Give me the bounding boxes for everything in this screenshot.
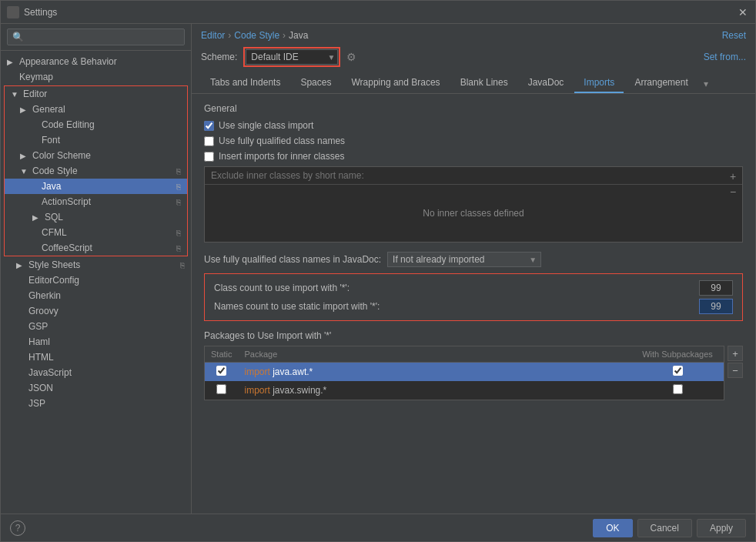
sidebar-item-sql[interactable]: ▶ SQL [5, 209, 187, 225]
remove-package-button[interactable]: − [728, 363, 743, 378]
inner-classes-input[interactable] [211, 170, 736, 181]
sidebar-item-code-editing[interactable]: Code Editing [5, 117, 187, 132]
title-bar: Settings ✕ [1, 1, 755, 24]
panel-content: General Use single class import Use full… [192, 94, 755, 514]
tab-wrapping-braces[interactable]: Wrapping and Braces [342, 73, 449, 93]
sidebar-item-code-style[interactable]: ▼ Code Style ⎘ [5, 163, 187, 179]
package-name: java.awt.* [273, 366, 313, 377]
sidebar-item-label: Style Sheets [28, 259, 80, 270]
sidebar-item-appearance[interactable]: ▶ Appearance & Behavior [1, 54, 191, 69]
copy-icon: ⎘ [176, 167, 181, 176]
remove-inner-class-button[interactable]: − [727, 186, 739, 198]
subpackages-cell [631, 363, 724, 382]
tab-arrangement[interactable]: Arrangement [625, 73, 697, 93]
tab-imports[interactable]: Imports [574, 73, 624, 93]
javadoc-qualified-label: Use fully qualified class names in JavaD… [204, 254, 381, 265]
tab-more-button[interactable]: ▾ [699, 75, 713, 93]
expand-arrow: ▼ [20, 167, 29, 176]
sidebar-item-label: Editor [23, 89, 47, 99]
sidebar-item-coffeescript[interactable]: CoffeeScript ⎘ [5, 240, 187, 256]
col-static: Static [205, 346, 239, 363]
cancel-button[interactable]: Cancel [637, 519, 692, 537]
sidebar-item-gherkin[interactable]: Gherkin [1, 288, 191, 303]
gear-icon[interactable]: ⚙ [346, 51, 356, 63]
sidebar-item-editor[interactable]: ▼ Editor [5, 86, 187, 102]
sidebar-item-label: JSP [28, 398, 45, 409]
col-with-subpackages: With Subpackages [631, 346, 724, 363]
sidebar-item-general[interactable]: ▶ General [5, 102, 187, 117]
set-from-button[interactable]: Set from... [704, 52, 746, 62]
javadoc-select-wrapper: If not already imported Always Never ▼ [387, 252, 541, 267]
add-package-button[interactable]: + [728, 346, 743, 361]
search-input[interactable] [7, 28, 185, 45]
static-cell-2 [205, 381, 239, 400]
help-button[interactable]: ? [10, 520, 25, 536]
class-count-input[interactable] [699, 280, 733, 296]
sidebar-item-label: Code Editing [42, 119, 95, 130]
tabs-bar: Tabs and Indents Spaces Wrapping and Bra… [192, 73, 755, 94]
breadcrumb-code-style[interactable]: Code Style [234, 30, 279, 41]
use-single-class-import-checkbox[interactable] [204, 121, 214, 131]
insert-imports-inner-checkbox[interactable] [204, 152, 214, 162]
sidebar-item-javascript[interactable]: JavaScript [1, 365, 191, 380]
sidebar-item-keymap[interactable]: Keymap [1, 69, 191, 85]
bottom-bar: ? OK Cancel Apply [1, 514, 755, 541]
javadoc-select[interactable]: If not already imported Always Never [387, 252, 541, 267]
insert-imports-inner-row: Insert imports for inner classes [204, 151, 743, 162]
close-button[interactable]: ✕ [737, 6, 749, 18]
use-fully-qualified-row: Use fully qualified class names [204, 136, 743, 146]
sidebar-item-label: General [32, 104, 65, 115]
sidebar-item-label: Keymap [19, 72, 53, 82]
sidebar-item-label: HTML [28, 352, 54, 363]
ok-button[interactable]: OK [593, 519, 632, 537]
sidebar-item-groovy[interactable]: Groovy [1, 303, 191, 319]
sidebar-item-jsp[interactable]: JSP [1, 396, 191, 411]
subpackages-cell-2 [631, 381, 724, 400]
scheme-bar: Scheme: Default IDE Project ▼ ⚙ Set from… [192, 44, 755, 73]
sidebar-item-color-scheme[interactable]: ▶ Color Scheme [5, 148, 187, 163]
sidebar-item-font[interactable]: Font [5, 132, 187, 148]
package-cell-2: import javax.swing.* [239, 381, 631, 400]
sidebar-item-java[interactable]: Java ⎘ [5, 179, 187, 194]
use-fully-qualified-label: Use fully qualified class names [219, 136, 345, 146]
sidebar-item-haml[interactable]: Haml [1, 334, 191, 350]
subpackages-checkbox-2[interactable] [673, 384, 683, 394]
table-row[interactable]: import java.awt.* [205, 363, 724, 382]
tab-javadoc[interactable]: JavaDoc [519, 73, 574, 93]
scheme-select[interactable]: Default IDE Project [246, 49, 338, 65]
import-keyword-2: import [245, 385, 270, 396]
sidebar-item-actionscript[interactable]: ActionScript ⎘ [5, 194, 187, 209]
sidebar-item-html[interactable]: HTML [1, 350, 191, 365]
sidebar-item-editorconfig[interactable]: EditorConfig [1, 273, 191, 288]
bottom-buttons: OK Cancel Apply [593, 519, 746, 537]
names-count-input[interactable] [699, 299, 733, 314]
general-section-title: General [204, 103, 743, 114]
packages-table: Static Package With Subpackages [205, 346, 724, 400]
use-fully-qualified-checkbox[interactable] [204, 136, 214, 146]
sidebar-item-label: Groovy [28, 306, 59, 316]
tab-blank-lines[interactable]: Blank Lines [451, 73, 517, 93]
sidebar-item-label: EditorConfig [28, 275, 79, 286]
tab-tabs-indents[interactable]: Tabs and Indents [201, 73, 289, 93]
table-row[interactable]: import javax.swing.* [205, 381, 724, 400]
class-count-label: Class count to use import with '*': [214, 283, 699, 293]
packages-title: Packages to Use Import with '*' [204, 330, 743, 341]
sidebar-item-label: Java [42, 181, 61, 192]
sidebar-item-style-sheets[interactable]: ▶ Style Sheets ⎘ [1, 257, 191, 273]
sidebar-item-label: ActionScript [42, 196, 91, 207]
apply-button[interactable]: Apply [697, 519, 746, 537]
package-name-2: javax.swing.* [273, 385, 326, 396]
sidebar-item-gsp[interactable]: GSP [1, 319, 191, 334]
add-inner-class-button[interactable]: + [727, 170, 739, 182]
tab-spaces[interactable]: Spaces [291, 73, 340, 93]
breadcrumb-editor[interactable]: Editor [201, 30, 225, 41]
subpackages-checkbox[interactable] [673, 366, 683, 376]
sidebar-item-json[interactable]: JSON [1, 380, 191, 396]
breadcrumb: Editor › Code Style › Java [201, 30, 308, 41]
static-checkbox[interactable] [216, 366, 226, 376]
sidebar-item-cfml[interactable]: CFML ⎘ [5, 225, 187, 240]
reset-button[interactable]: Reset [722, 30, 746, 41]
static-checkbox-2[interactable] [216, 384, 226, 394]
scheme-label: Scheme: [201, 52, 237, 62]
sidebar-item-label: CoffeeScript [42, 243, 92, 253]
